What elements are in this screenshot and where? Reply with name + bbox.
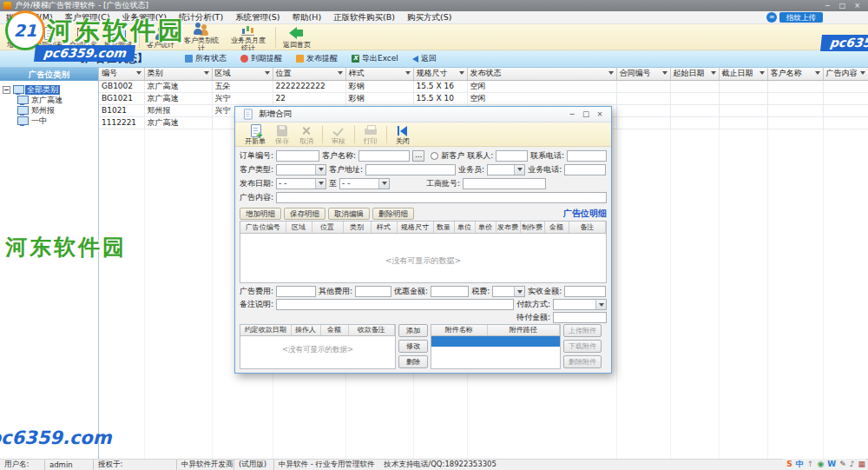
payment-column-header[interactable]: 金额 [320, 325, 348, 335]
discount-input[interactable] [431, 286, 469, 297]
attachment-action-button[interactable]: 上传附件 [563, 324, 602, 337]
grid-cell[interactable] [616, 92, 670, 104]
menu-item[interactable]: 客户管理(C) [59, 11, 116, 23]
new-order-button[interactable]: + 开新单 [240, 123, 270, 145]
detail-column-header[interactable]: 发布费 [496, 222, 520, 233]
sogou-input-icon[interactable]: S [786, 459, 792, 470]
w-app-icon[interactable]: W [827, 459, 836, 470]
filter-arrow-icon[interactable] [760, 71, 765, 75]
detail-column-header[interactable]: 制作费 [520, 222, 544, 233]
attachment-action-button[interactable]: 删除附件 [563, 355, 602, 368]
detail-column-header[interactable]: 规格尺寸 [397, 222, 433, 233]
business-phone-input[interactable] [564, 164, 606, 175]
dialog-close-button[interactable]: × [593, 107, 607, 122]
all-status-button[interactable]: 所有状态 [182, 51, 229, 66]
grid-cell[interactable] [670, 116, 719, 129]
filter-arrow-icon[interactable] [608, 71, 614, 75]
detail-column-header[interactable]: 单位 [454, 222, 475, 233]
contact-input[interactable] [496, 150, 528, 162]
grid-cell[interactable] [823, 104, 868, 116]
link-icon[interactable]: ∞ [766, 12, 777, 23]
detail-column-header[interactable]: 样式 [371, 222, 397, 233]
menu-item[interactable]: 业务管理(Y) [116, 11, 173, 23]
grid-cell[interactable]: GB1002 [99, 80, 144, 92]
collapse-icon[interactable] [3, 86, 10, 94]
maximize-button[interactable]: □ [835, 0, 850, 11]
shield-icon[interactable]: ◉ [817, 459, 824, 470]
grid-column-header[interactable]: 规格尺寸 [413, 68, 467, 80]
date-to-select[interactable]: - - [339, 178, 390, 189]
grid-cell[interactable] [670, 80, 719, 92]
grid-cell[interactable] [767, 80, 823, 92]
grid-column-header[interactable]: 广告内容 [823, 68, 868, 80]
order-no-input[interactable] [276, 150, 319, 162]
tree-item[interactable]: 京广高速 [16, 96, 95, 105]
tree-item[interactable]: 一中 [16, 116, 95, 126]
detail-column-header[interactable]: 类别 [343, 222, 371, 233]
grid-cell[interactable] [767, 104, 823, 116]
filter-arrow-icon[interactable] [405, 71, 411, 75]
detail-column-header[interactable]: 广告位编号 [240, 222, 286, 233]
grid-cell[interactable] [823, 80, 868, 92]
detail-action-button[interactable]: 保存明细 [284, 208, 326, 220]
date-from-select[interactable]: - - [276, 178, 326, 189]
dialog-titlebar[interactable]: 新增合同 ─ □ × [235, 107, 611, 122]
grid-column-header[interactable]: 类别 [144, 68, 212, 80]
grid-cell[interactable] [767, 116, 823, 129]
payment-action-button[interactable]: 删除 [398, 355, 428, 368]
filter-arrow-icon[interactable] [815, 71, 820, 75]
grid-column-header[interactable]: 编号 [99, 68, 144, 80]
menu-item[interactable]: 帮助(H) [286, 11, 328, 23]
license-input[interactable] [463, 178, 546, 189]
payment-column-header[interactable]: 收款备注 [348, 325, 395, 335]
grid-cell[interactable]: 五朵 [212, 80, 273, 92]
payment-method-select[interactable] [553, 299, 607, 310]
attachment-grid[interactable]: 附件名称附件路径 [431, 324, 561, 369]
grid-cell[interactable]: 2222222222 [273, 80, 345, 92]
salesman-select[interactable] [487, 164, 525, 175]
grid-cell[interactable] [767, 92, 823, 104]
grid-cell[interactable]: 22 [273, 92, 345, 104]
expire-remind-button[interactable]: 到期提醒 [238, 51, 285, 66]
ime-chinese-icon[interactable]: 中 [796, 459, 804, 470]
return-button[interactable]: 返回 [410, 51, 439, 66]
detail-action-button[interactable]: 增加明细 [240, 208, 281, 220]
grid-cell[interactable]: 彩钢 [345, 92, 413, 104]
grid-cell[interactable]: BG1021 [99, 92, 144, 104]
grid-column-header[interactable]: 发布状态 [467, 68, 616, 80]
new-customer-radio[interactable] [431, 152, 438, 160]
back-home-button[interactable]: 返回首页 [279, 25, 314, 50]
filter-arrow-icon[interactable] [459, 71, 464, 75]
payment-column-header[interactable]: 约定收款日期 [240, 325, 291, 335]
grid-cell[interactable] [719, 80, 767, 92]
grid-cell[interactable]: 郑州报 [144, 104, 212, 116]
detail-column-header[interactable]: 单价 [475, 222, 496, 233]
menu-item[interactable]: 媒体管理(M) [0, 11, 59, 23]
grid-cell[interactable] [719, 116, 767, 129]
payment-action-button[interactable]: 添加 [398, 324, 428, 337]
detail-column-header[interactable]: 位置 [312, 222, 343, 233]
export-excel-button[interactable]: 导出Excel [349, 51, 401, 66]
grid-column-header[interactable]: 区域 [212, 68, 273, 80]
attachment-action-button[interactable]: 下载附件 [563, 340, 602, 353]
payment-action-button[interactable]: 修改 [398, 340, 428, 353]
print-button[interactable]: 打印 [358, 123, 383, 145]
grid-column-header[interactable]: 位置 [273, 68, 345, 80]
grid-cell[interactable] [616, 104, 670, 116]
salesman-monthly-stats-button[interactable]: 业务员月度统计 [225, 21, 272, 53]
publish-remind-button[interactable]: 发布提醒 [293, 51, 340, 66]
cancel-button[interactable]: 取消 [294, 123, 319, 145]
grid-cell[interactable]: 京广高速 [144, 116, 212, 129]
grid-cell[interactable] [823, 92, 868, 104]
pending-input[interactable] [553, 312, 607, 323]
payment-plan-grid[interactable]: 约定收款日期操作人金额收款备注 <没有可显示的数据> [240, 324, 396, 369]
grid-cell[interactable]: 空闲 [467, 80, 616, 92]
filter-arrow-icon[interactable] [338, 71, 343, 75]
contract-list-button[interactable]: 合同列表 [31, 25, 66, 50]
detail-action-button[interactable]: 删除明细 [372, 208, 414, 220]
filter-arrow-icon[interactable] [711, 71, 716, 75]
detail-column-header[interactable]: 区域 [286, 222, 312, 233]
grid-cell[interactable] [670, 104, 719, 116]
filter-arrow-icon[interactable] [662, 71, 667, 75]
customer-category-stats-button[interactable]: 客户类别统计 [178, 21, 225, 53]
